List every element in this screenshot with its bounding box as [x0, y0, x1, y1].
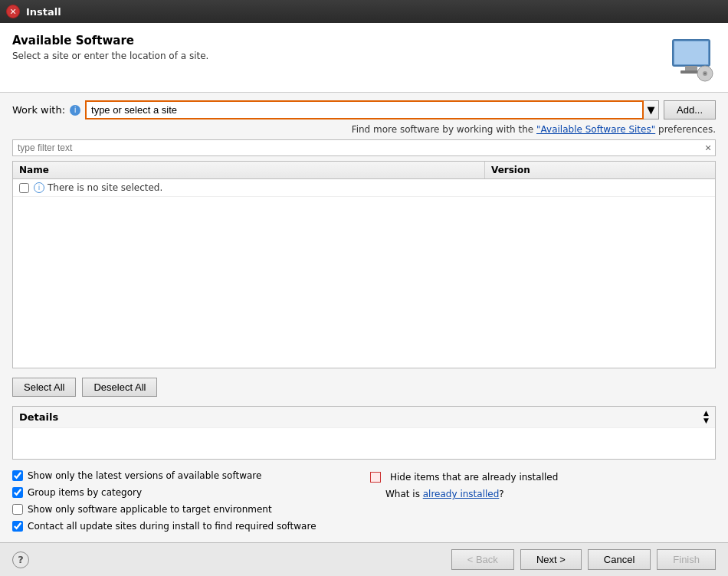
- buttons-row: Select All Deselect All: [12, 373, 716, 401]
- finish-button[interactable]: Finish: [657, 549, 716, 570]
- scroll-down-icon[interactable]: ▼: [703, 417, 709, 424]
- already-installed-info: What is already installed?: [370, 489, 716, 499]
- next-button[interactable]: Next >: [520, 549, 582, 570]
- site-input[interactable]: [85, 100, 644, 119]
- close-button[interactable]: ✕: [6, 5, 20, 18]
- site-dropdown-button[interactable]: ▼: [644, 100, 659, 119]
- row-info-icon: i: [34, 182, 44, 193]
- table-header: Name Version: [13, 162, 715, 179]
- main-window: Available Software Select a site or ente…: [0, 23, 728, 576]
- deselect-all-button[interactable]: Deselect All: [82, 378, 157, 397]
- bottom-buttons: < Back Next > Cancel Finish: [451, 549, 716, 570]
- options-left: Show only the latest versions of availab…: [12, 470, 358, 532]
- option-group-by-category[interactable]: Group items by category: [12, 487, 358, 498]
- software-table: Name Version i There is no site selected…: [12, 161, 716, 368]
- page-title: Available Software: [12, 34, 208, 47]
- options-section: Show only the latest versions of availab…: [12, 464, 716, 535]
- site-input-container: ▼: [85, 100, 659, 119]
- option-group-by-category-checkbox[interactable]: [12, 487, 23, 498]
- already-installed-link[interactable]: already installed: [423, 489, 500, 499]
- details-section: Details ▲ ▼: [12, 406, 716, 460]
- header-icon: [667, 34, 716, 83]
- details-content: [13, 428, 715, 459]
- window-title: Install: [26, 6, 61, 18]
- table-row[interactable]: i There is no site selected.: [13, 179, 715, 197]
- svg-rect-2: [685, 66, 697, 70]
- option-latest-versions-checkbox[interactable]: [12, 470, 23, 481]
- scroll-up-icon[interactable]: ▲: [703, 410, 709, 417]
- details-scroll-controls: ▲ ▼: [703, 410, 709, 424]
- select-all-button[interactable]: Select All: [12, 378, 76, 397]
- info-line: Find more software by working with the "…: [12, 124, 716, 135]
- cancel-button[interactable]: Cancel: [588, 549, 651, 570]
- option-target-environment[interactable]: Show only software applicable to target …: [12, 504, 358, 515]
- work-with-row: Work with: i ▼ Add...: [12, 100, 716, 119]
- title-bar: ✕ Install: [0, 0, 728, 23]
- work-with-label: Work with:: [12, 104, 65, 116]
- column-header-name: Name: [13, 162, 485, 178]
- svg-rect-1: [674, 41, 708, 64]
- filter-input[interactable]: [13, 140, 701, 155]
- svg-point-6: [704, 73, 706, 74]
- option-target-environment-checkbox[interactable]: [12, 504, 23, 515]
- details-label: Details ▲ ▼: [13, 407, 715, 428]
- chevron-down-icon: ▼: [648, 104, 655, 116]
- header-section: Available Software Select a site or ente…: [0, 23, 728, 93]
- header-text: Available Software Select a site or ente…: [12, 34, 208, 61]
- filter-clear-button[interactable]: ✕: [701, 141, 715, 155]
- bottom-bar: ? < Back Next > Cancel Finish: [0, 542, 728, 576]
- filter-row: ✕: [12, 139, 716, 156]
- hide-installed-label: Hide items that are already installed: [390, 472, 558, 483]
- back-button[interactable]: < Back: [451, 549, 514, 570]
- row-label: There is no site selected.: [48, 182, 162, 193]
- option-hide-installed[interactable]: Hide items that are already installed: [370, 472, 716, 483]
- help-button[interactable]: ?: [12, 551, 29, 568]
- column-header-version: Version: [485, 162, 715, 178]
- info-icon[interactable]: i: [70, 105, 80, 116]
- page-subtitle: Select a site or enter the location of a…: [12, 51, 208, 61]
- row-checkbox[interactable]: [19, 183, 29, 193]
- option-contact-update-sites[interactable]: Contact all update sites during install …: [12, 521, 358, 532]
- monitor-icon: [667, 34, 716, 83]
- content-area: Work with: i ▼ Add... Find more software…: [0, 93, 728, 542]
- option-contact-update-sites-checkbox[interactable]: [12, 521, 23, 532]
- add-button[interactable]: Add...: [664, 100, 716, 119]
- available-software-sites-link[interactable]: "Available Software Sites": [536, 124, 655, 135]
- options-right: Hide items that are already installed Wh…: [370, 470, 716, 532]
- hide-installed-checkbox[interactable]: [370, 472, 381, 483]
- option-latest-versions[interactable]: Show only the latest versions of availab…: [12, 470, 358, 481]
